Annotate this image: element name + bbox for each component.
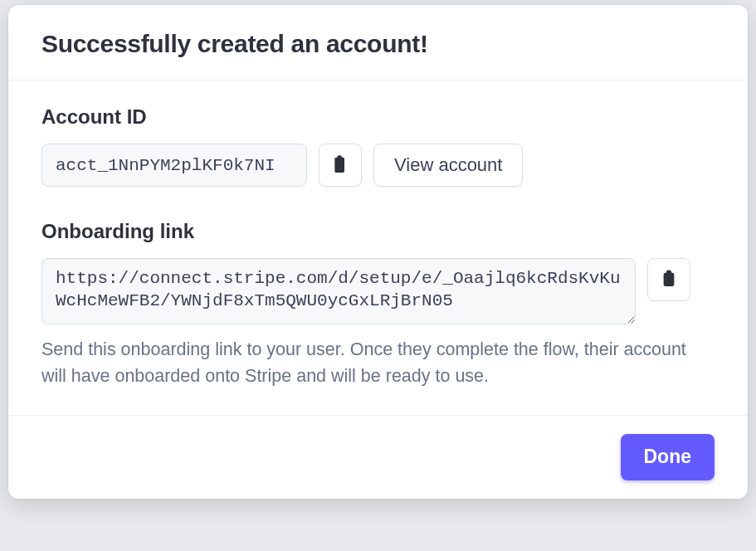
svg-rect-2 — [338, 156, 341, 160]
account-id-row: View account — [41, 144, 715, 187]
modal-header: Successfully created an account! — [8, 5, 748, 80]
onboarding-link-label: Onboarding link — [41, 220, 715, 243]
done-button[interactable]: Done — [621, 434, 715, 480]
account-id-input[interactable] — [41, 144, 307, 187]
onboarding-link-row — [41, 258, 715, 324]
modal-footer: Done — [8, 415, 748, 499]
copy-onboarding-link-button[interactable] — [647, 258, 690, 301]
onboarding-link-input[interactable] — [41, 258, 636, 324]
clipboard-icon — [332, 154, 349, 177]
svg-rect-4 — [666, 270, 671, 275]
view-account-button[interactable]: View account — [373, 144, 523, 187]
onboarding-helper-text: Send this onboarding link to your user. … — [41, 336, 705, 390]
copy-account-id-button[interactable] — [319, 144, 362, 187]
clipboard-icon — [661, 269, 677, 291]
modal-title: Successfully created an account! — [41, 30, 715, 58]
success-modal: Successfully created an account! Account… — [8, 5, 748, 499]
modal-body: Account ID View account Onboarding link — [8, 80, 748, 415]
account-id-label: Account ID — [41, 105, 715, 129]
